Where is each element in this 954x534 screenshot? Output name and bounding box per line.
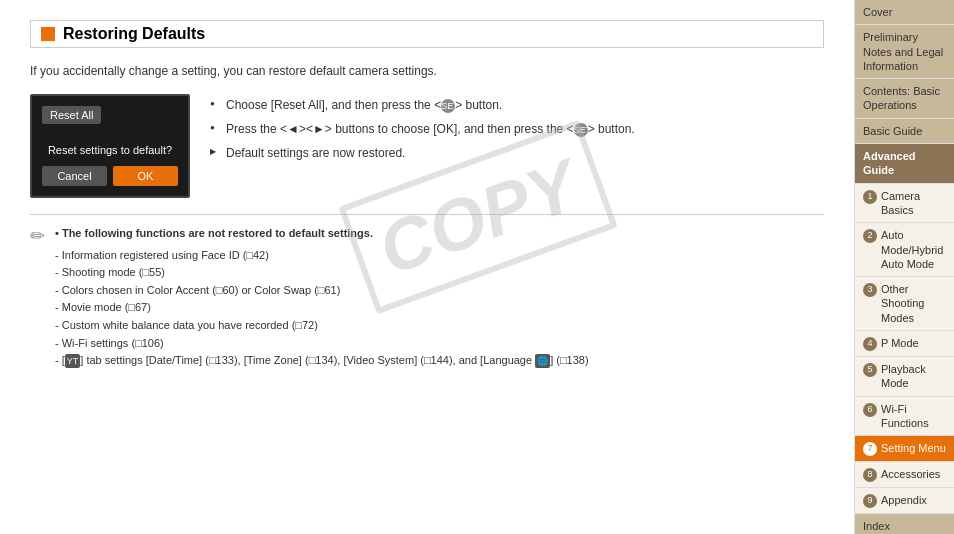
num-3: 3: [863, 283, 877, 297]
sidebar-label-setting-menu: Setting Menu: [881, 441, 946, 455]
sidebar-item-advanced-guide[interactable]: Advanced Guide: [855, 144, 954, 184]
camera-cancel-display: Cancel: [42, 166, 107, 186]
num-5: 5: [863, 363, 877, 377]
note-item-7: - [YT] tab settings [Date/Time] (□133), …: [55, 352, 589, 370]
note-pencil-icon: ✏: [30, 225, 45, 370]
sidebar-item-playback-mode[interactable]: 5 Playback Mode: [855, 357, 954, 397]
sidebar-label-appendix: Appendix: [881, 493, 927, 507]
intro-text: If you accidentally change a setting, yo…: [30, 62, 824, 80]
sidebar-label-playback-mode: Playback Mode: [881, 362, 946, 391]
sidebar-label-accessories: Accessories: [881, 467, 940, 481]
sidebar: Cover Preliminary Notes and Legal Inform…: [854, 0, 954, 534]
instruction-list: Choose [Reset All], and then press the <…: [210, 94, 824, 166]
main-content: Restoring Defaults If you accidentally c…: [0, 0, 854, 390]
sidebar-item-other-shooting[interactable]: 3 Other Shooting Modes: [855, 277, 954, 331]
note-item-5: - Custom white balance data you have rec…: [55, 317, 589, 335]
page-title-container: Restoring Defaults: [30, 20, 824, 48]
note-section: ✏ • The following functions are not rest…: [30, 214, 824, 370]
note-item-4: - Movie mode (□67): [55, 299, 589, 317]
sidebar-item-appendix[interactable]: 9 Appendix: [855, 488, 954, 514]
instructions: Choose [Reset All], and then press the <…: [210, 94, 824, 198]
num-2: 2: [863, 229, 877, 243]
sidebar-item-contents[interactable]: Contents: Basic Operations: [855, 79, 954, 119]
set-btn-icon: SET: [441, 99, 455, 113]
sidebar-item-setting-menu[interactable]: 7 Setting Menu: [855, 436, 954, 462]
instruction-item-3: Default settings are now restored.: [210, 142, 824, 166]
sidebar-label-camera-basics: Camera Basics: [881, 189, 946, 218]
camera-btn-row: Cancel OK: [42, 166, 178, 186]
sidebar-label-wifi: Wi-Fi Functions: [881, 402, 946, 431]
note-item-3: - Colors chosen in Color Accent (□60) or…: [55, 282, 589, 300]
set-btn-icon-2: SET: [574, 123, 588, 137]
note-item-2: - Shooting mode (□55): [55, 264, 589, 282]
sidebar-item-wifi[interactable]: 6 Wi-Fi Functions: [855, 397, 954, 437]
sidebar-item-preliminary[interactable]: Preliminary Notes and Legal Information: [855, 25, 954, 79]
instruction-item-2: Press the <◄><►> buttons to choose [OK],…: [210, 118, 824, 142]
note-item-6: - Wi-Fi settings (□106): [55, 335, 589, 353]
reset-question-display: Reset settings to default?: [42, 144, 178, 156]
sidebar-item-camera-basics[interactable]: 1 Camera Basics: [855, 184, 954, 224]
sidebar-item-accessories[interactable]: 8 Accessories: [855, 462, 954, 488]
page-title: Restoring Defaults: [63, 25, 205, 43]
instruction-item-1: Choose [Reset All], and then press the <…: [210, 94, 824, 118]
sidebar-label-auto-mode: Auto Mode/Hybrid Auto Mode: [881, 228, 946, 271]
sidebar-label-p-mode: P Mode: [881, 336, 919, 350]
sidebar-item-index[interactable]: Index: [855, 514, 954, 534]
num-4: 4: [863, 337, 877, 351]
sidebar-label-other-shooting: Other Shooting Modes: [881, 282, 946, 325]
sidebar-item-cover[interactable]: Cover: [855, 0, 954, 25]
note-item-1: - Information registered using Face ID (…: [55, 247, 589, 265]
sidebar-item-basic-guide[interactable]: Basic Guide: [855, 119, 954, 144]
content-area: Reset All Reset settings to default? Can…: [30, 94, 824, 198]
num-9: 9: [863, 494, 877, 508]
note-title: • The following functions are not restor…: [55, 225, 589, 243]
num-1: 1: [863, 190, 877, 204]
num-7: 7: [863, 442, 877, 456]
num-6: 6: [863, 403, 877, 417]
lang-icon: 🌐: [535, 354, 550, 368]
sidebar-item-p-mode[interactable]: 4 P Mode: [855, 331, 954, 357]
num-8: 8: [863, 468, 877, 482]
yt-icon: YT: [65, 354, 81, 368]
note-content: • The following functions are not restor…: [55, 225, 589, 370]
camera-screen: Reset All Reset settings to default? Can…: [30, 94, 190, 198]
sidebar-item-auto-mode[interactable]: 2 Auto Mode/Hybrid Auto Mode: [855, 223, 954, 277]
reset-all-display: Reset All: [42, 106, 101, 124]
title-marker: [41, 27, 55, 41]
camera-ok-display: OK: [113, 166, 178, 186]
